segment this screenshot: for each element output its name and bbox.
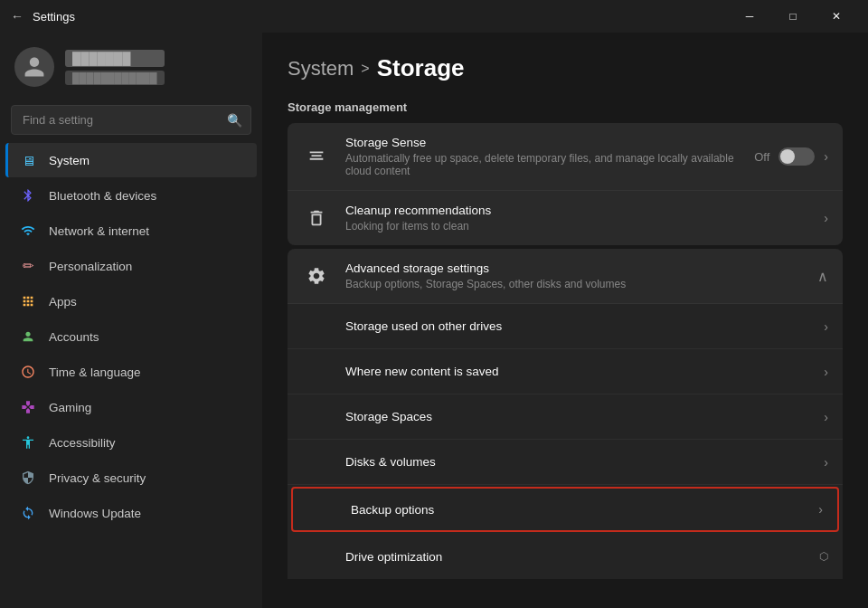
- sidebar-item-network[interactable]: Network & internet: [5, 214, 257, 248]
- advanced-content: Advanced storage settings Backup options…: [345, 261, 803, 290]
- time-icon: [20, 364, 36, 380]
- sub-item-drive-optimization-label: Drive optimization: [345, 550, 442, 564]
- advanced-chevron: ∧: [817, 268, 828, 285]
- sub-item-new-content-label: Where new content is saved: [345, 365, 499, 378]
- system-icon: 🖥: [20, 152, 36, 168]
- gaming-icon: [20, 399, 36, 415]
- user-name: ███████: [65, 50, 165, 67]
- sidebar-label-network: Network & internet: [49, 224, 149, 238]
- storage-sense-toggle[interactable]: [778, 147, 815, 166]
- advanced-title: Advanced storage settings: [345, 261, 803, 275]
- close-button[interactable]: ✕: [816, 4, 857, 29]
- window-controls: ─ □ ✕: [729, 4, 857, 29]
- breadcrumb-arrow: >: [361, 61, 369, 77]
- breadcrumb-parent: System: [288, 57, 354, 81]
- sub-item-other-drives-chevron: ›: [824, 319, 828, 334]
- user-info: ███████ ████████████: [65, 50, 165, 85]
- sidebar-item-time[interactable]: Time & language: [5, 355, 257, 389]
- sidebar-item-update[interactable]: Windows Update: [5, 496, 257, 530]
- cleanup-icon: [302, 204, 331, 233]
- nav-section: 🖥 System Bluetooth & devices Network & i…: [0, 142, 262, 608]
- sidebar-item-bluetooth[interactable]: Bluetooth & devices: [5, 178, 257, 213]
- sub-item-new-content[interactable]: Where new content is saved ›: [288, 349, 843, 394]
- sidebar-item-personalization[interactable]: ✏ Personalization: [5, 249, 257, 283]
- sidebar-label-gaming: Gaming: [49, 401, 91, 414]
- maximize-button[interactable]: □: [772, 4, 814, 29]
- personalization-icon: ✏: [20, 258, 36, 274]
- sidebar: ███████ ████████████ 🔍 🖥 System Bluetoot…: [0, 33, 262, 608]
- sidebar-label-system: System: [49, 154, 90, 167]
- breadcrumb: System > Storage: [288, 54, 843, 82]
- sub-item-other-drives-label: Storage used on other drives: [345, 319, 502, 333]
- sidebar-label-bluetooth: Bluetooth & devices: [49, 189, 156, 203]
- cleanup-content: Cleanup recommendations Looking for item…: [345, 204, 809, 233]
- search-icon: 🔍: [227, 113, 242, 128]
- advanced-header[interactable]: Advanced storage settings Backup options…: [288, 249, 843, 304]
- minimize-button[interactable]: ─: [729, 4, 770, 29]
- privacy-icon: [20, 470, 36, 486]
- storage-sense-right: Off ›: [754, 147, 828, 166]
- storage-sense-item[interactable]: Storage Sense Automatically free up spac…: [288, 123, 843, 191]
- sidebar-label-apps: Apps: [49, 295, 77, 309]
- cleanup-item[interactable]: Cleanup recommendations Looking for item…: [288, 191, 843, 245]
- title-bar: ← Settings ─ □ ✕: [0, 0, 868, 33]
- apps-icon: [20, 293, 36, 309]
- external-link-icon: ⬡: [819, 550, 828, 563]
- sub-item-disks-volumes[interactable]: Disks & volumes ›: [288, 440, 843, 485]
- cleanup-right: ›: [824, 211, 828, 225]
- sub-item-storage-spaces-chevron: ›: [824, 410, 828, 424]
- sidebar-label-accounts: Accounts: [49, 330, 99, 344]
- storage-sense-title: Storage Sense: [345, 136, 740, 149]
- cleanup-subtitle: Looking for items to clean: [345, 220, 809, 233]
- storage-management-card: Storage Sense Automatically free up spac…: [288, 123, 843, 245]
- sidebar-item-accessibility[interactable]: Accessibility: [5, 425, 257, 460]
- sub-item-new-content-chevron: ›: [824, 365, 828, 379]
- sub-item-backup-options[interactable]: Backup options ›: [291, 487, 839, 532]
- sidebar-label-personalization: Personalization: [49, 260, 132, 273]
- sub-item-storage-spaces[interactable]: Storage Spaces ›: [288, 394, 843, 440]
- accounts-icon: [20, 328, 36, 345]
- storage-sense-icon: [302, 142, 331, 171]
- storage-sense-status: Off: [754, 150, 769, 164]
- sidebar-item-accounts[interactable]: Accounts: [5, 319, 257, 354]
- avatar: [14, 47, 54, 87]
- network-icon: [20, 223, 36, 239]
- back-icon[interactable]: ←: [11, 9, 24, 24]
- main-layout: ███████ ████████████ 🔍 🖥 System Bluetoot…: [0, 33, 868, 608]
- sub-item-backup-options-chevron: ›: [818, 502, 823, 517]
- sidebar-item-gaming[interactable]: Gaming: [5, 390, 257, 424]
- sidebar-label-privacy: Privacy & security: [49, 471, 146, 485]
- sidebar-label-accessibility: Accessibility: [49, 436, 116, 450]
- user-email: ████████████: [65, 71, 165, 85]
- breadcrumb-current: Storage: [377, 54, 465, 82]
- advanced-sub-items: Storage used on other drives › Where new…: [288, 304, 843, 579]
- sidebar-item-apps[interactable]: Apps: [5, 284, 257, 318]
- update-icon: [20, 505, 36, 521]
- user-profile[interactable]: ███████ ████████████: [0, 36, 262, 98]
- storage-sense-subtitle: Automatically free up space, delete temp…: [345, 152, 740, 177]
- app-title: Settings: [33, 10, 75, 24]
- bluetooth-icon: [20, 187, 36, 204]
- sidebar-item-privacy[interactable]: Privacy & security: [5, 461, 257, 495]
- advanced-section: Advanced storage settings Backup options…: [288, 249, 843, 579]
- cleanup-chevron: ›: [824, 211, 828, 225]
- sub-item-other-drives[interactable]: Storage used on other drives ›: [288, 304, 843, 349]
- storage-sense-chevron: ›: [824, 149, 828, 164]
- sub-item-drive-optimization[interactable]: Drive optimization ⬡: [288, 534, 843, 579]
- sidebar-label-time: Time & language: [49, 366, 141, 379]
- title-bar-left: ← Settings: [11, 9, 75, 24]
- advanced-subtitle: Backup options, Storage Spaces, other di…: [345, 278, 803, 290]
- sub-item-disks-volumes-chevron: ›: [824, 455, 828, 470]
- sub-item-backup-options-label: Backup options: [351, 503, 434, 517]
- sub-item-storage-spaces-label: Storage Spaces: [345, 410, 432, 423]
- sidebar-item-system[interactable]: 🖥 System: [5, 143, 257, 177]
- accessibility-icon: [20, 434, 36, 451]
- section-label: Storage management: [288, 100, 843, 114]
- sub-item-disks-volumes-label: Disks & volumes: [345, 455, 436, 469]
- storage-sense-content: Storage Sense Automatically free up spac…: [345, 136, 740, 177]
- search-input[interactable]: [11, 105, 251, 135]
- content-area: System > Storage Storage management Stor…: [262, 33, 868, 608]
- sidebar-label-update: Windows Update: [49, 507, 141, 520]
- cleanup-title: Cleanup recommendations: [345, 204, 809, 217]
- advanced-icon: [302, 261, 331, 290]
